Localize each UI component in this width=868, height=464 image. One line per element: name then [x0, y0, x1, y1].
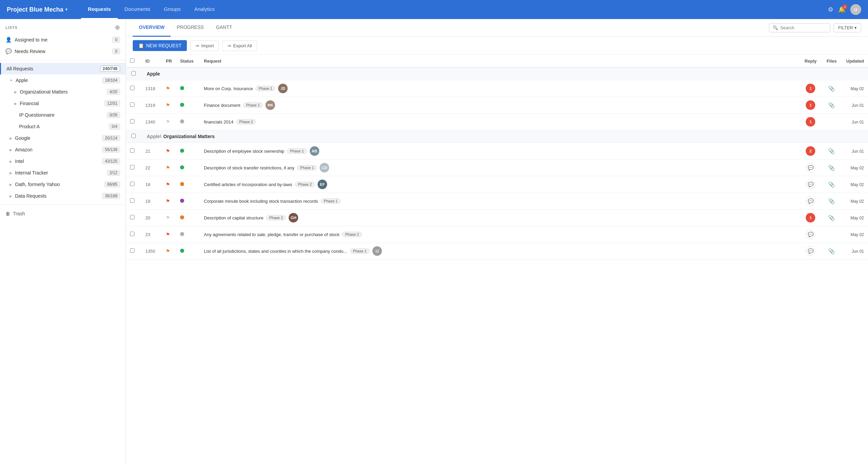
reply-bubble[interactable]: 💬 — [806, 196, 815, 206]
sidebar-item-google[interactable]: ▶ Google 20/114 — [0, 132, 126, 144]
row-reply[interactable]: 💬 — [799, 226, 822, 243]
row-checkbox-cell[interactable] — [126, 114, 141, 130]
reply-bubble[interactable]: 💬 — [806, 163, 815, 172]
new-request-button[interactable]: 📋 NEW REQUEST — [133, 40, 187, 51]
needs-review-label: Needs Review — [15, 49, 45, 54]
row-checkbox-cell[interactable] — [126, 226, 141, 243]
export-button[interactable]: ⇒ Export All — [222, 40, 257, 51]
tab-gantt[interactable]: GANTT — [210, 19, 238, 37]
tab-overview[interactable]: OVERVIEW — [133, 19, 171, 37]
sidebar-item-needs-review[interactable]: 💬 Needs Review 0 — [0, 46, 126, 57]
sidebar-item-intel[interactable]: ▶ Intel 43/125 — [0, 155, 126, 167]
row-checkbox[interactable] — [130, 165, 134, 169]
row-reply[interactable]: 1 — [799, 97, 822, 114]
clip-icon: 📎 — [828, 165, 835, 171]
select-all-checkbox[interactable] — [130, 58, 134, 63]
filter-button[interactable]: FILTER ▾ — [834, 23, 861, 32]
row-checkbox[interactable] — [130, 215, 134, 219]
row-reply[interactable]: 💬 — [799, 176, 822, 193]
row-reply[interactable]: 2 — [799, 143, 822, 160]
group-select-checkbox[interactable] — [131, 71, 136, 76]
sidebar-item-financial[interactable]: ▶ Financial 12/51 — [0, 98, 126, 109]
table-row: 23 ⚑ Any agreements related to sale, ple… — [126, 226, 868, 243]
group-select-checkbox[interactable] — [131, 134, 136, 138]
reply-bubble[interactable]: 1 — [806, 213, 815, 222]
all-requests-label: All Requests — [6, 66, 33, 71]
row-checkbox[interactable] — [130, 148, 134, 153]
row-reply[interactable]: 💬 — [799, 243, 822, 260]
sidebar-item-product-a[interactable]: Product A 0/4 — [0, 121, 126, 132]
flag-icon: ⚑ — [166, 198, 170, 204]
table-row: 1319 ⚑ Finance document Phase 1 MK 1 📎 J… — [126, 97, 868, 114]
row-reply[interactable]: 💬 — [799, 193, 822, 210]
row-checkbox-cell[interactable] — [126, 210, 141, 226]
nav-link-documents[interactable]: Documents — [118, 0, 157, 19]
row-reply[interactable]: 1 — [799, 80, 822, 97]
row-checkbox[interactable] — [130, 102, 134, 107]
avatar: GH — [289, 213, 298, 222]
reply-bubble[interactable]: 1 — [806, 117, 815, 127]
nav-link-requests[interactable]: Requests — [81, 0, 118, 19]
assigned-badge: 0 — [112, 37, 120, 43]
row-status — [176, 80, 200, 97]
group-checkbox-cell[interactable] — [126, 67, 141, 80]
search-input[interactable] — [780, 25, 828, 30]
settings-icon[interactable]: ⚙ — [828, 6, 833, 13]
brand[interactable]: Project Blue Mecha ▾ — [7, 6, 67, 13]
import-button[interactable]: ⇒ Import — [190, 40, 219, 51]
tab-progress[interactable]: PROGRESS — [171, 19, 210, 37]
clip-icon: 📎 — [828, 102, 835, 108]
row-checkbox[interactable] — [130, 182, 134, 186]
row-reply[interactable]: 1 — [799, 114, 822, 130]
row-checkbox[interactable] — [130, 198, 134, 203]
sidebar-item-trash[interactable]: 🗑 Trash — [0, 208, 126, 220]
avatar: IJ — [372, 246, 382, 256]
sidebar-item-assigned[interactable]: 👤 Assigned to me 0 — [0, 34, 126, 46]
row-reply[interactable]: 💬 — [799, 160, 822, 176]
row-reply[interactable]: 1 — [799, 210, 822, 226]
sidebar-item-apple[interactable]: ▼ Apple 18/104 — [0, 74, 126, 86]
row-checkbox[interactable] — [130, 119, 134, 123]
sidebar-item-data-requests[interactable]: ▶ Data Requests 36/169 — [0, 190, 126, 202]
user-avatar[interactable]: U — [850, 4, 861, 15]
sidebar-item-amazon[interactable]: ▶ Amazon 55/139 — [0, 144, 126, 155]
row-status — [176, 210, 200, 226]
flag-icon: ⚑ — [166, 148, 170, 154]
row-checkbox-cell[interactable] — [126, 243, 141, 260]
filter-chevron-icon: ▾ — [854, 25, 857, 30]
add-list-button[interactable]: ⊕ — [115, 24, 120, 31]
reply-bubble[interactable]: 💬 — [806, 230, 815, 239]
reply-bubble[interactable]: 1 — [806, 84, 815, 93]
reply-bubble[interactable]: 2 — [806, 146, 815, 156]
row-checkbox[interactable] — [130, 248, 134, 253]
row-checkbox-cell[interactable] — [126, 80, 141, 97]
sidebar-item-internal-tracker[interactable]: ▶ Internal Tracker 2/12 — [0, 167, 126, 179]
sidebar-item-ip-questionnaire[interactable]: IP Questionnaire 0/26 — [0, 109, 126, 121]
sidebar-item-org-matters[interactable]: ▶ Organizational Matters 4/20 — [0, 86, 126, 98]
row-checkbox-cell[interactable] — [126, 176, 141, 193]
row-checkbox-cell[interactable] — [126, 143, 141, 160]
avatar: MK — [266, 100, 275, 110]
row-checkbox-cell[interactable] — [126, 97, 141, 114]
row-id: 18 — [141, 176, 162, 193]
reply-bubble[interactable]: 💬 — [806, 246, 815, 256]
notifications-icon[interactable]: 🔔 1 — [838, 6, 846, 13]
sidebar-item-all-requests[interactable]: All Requests 240/748 — [0, 63, 126, 74]
nav-link-analytics[interactable]: Analytics — [188, 0, 222, 19]
group-checkbox-cell[interactable] — [126, 130, 141, 143]
reply-bubble[interactable]: 1 — [806, 100, 815, 110]
header-checkbox[interactable] — [126, 55, 141, 67]
status-dot — [180, 199, 184, 203]
row-checkbox[interactable] — [130, 232, 134, 236]
row-checkbox-cell[interactable] — [126, 193, 141, 210]
row-updated: May 02 — [841, 80, 868, 97]
sidebar-item-oath[interactable]: ▶ Oath, formerly Yahoo 66/85 — [0, 179, 126, 190]
search-box[interactable]: 🔍 — [769, 23, 830, 32]
table-container: ID PR Status Request Reply Files Updated… — [126, 55, 868, 464]
nav-link-groups[interactable]: Groups — [157, 0, 187, 19]
row-checkbox[interactable] — [130, 86, 134, 90]
row-request: Description of stock transfer restrictio… — [200, 160, 799, 176]
reply-bubble[interactable]: 💬 — [806, 180, 815, 189]
row-checkbox-cell[interactable] — [126, 160, 141, 176]
data-requests-label: Data Requests — [15, 193, 47, 199]
